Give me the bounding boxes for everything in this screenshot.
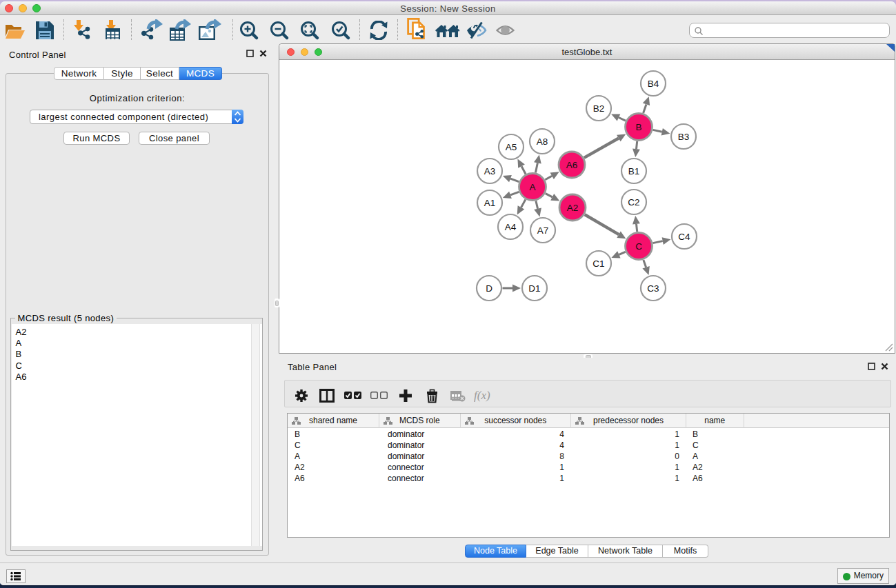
svg-text:A4: A4: [505, 222, 517, 232]
svg-text:A8: A8: [537, 136, 548, 147]
svg-text:C4: C4: [678, 232, 690, 242]
svg-text:A1: A1: [484, 198, 496, 208]
svg-text:C: C: [635, 241, 642, 252]
svg-text:B: B: [635, 122, 641, 132]
svg-text:f(x): f(x): [474, 389, 490, 402]
svg-text:B4: B4: [648, 79, 659, 89]
svg-text:A7: A7: [537, 225, 549, 236]
svg-text:A5: A5: [506, 142, 517, 152]
svg-text:B2: B2: [593, 103, 605, 114]
svg-text:D1: D1: [528, 283, 540, 294]
svg-text:C1: C1: [593, 258, 604, 269]
svg-text:B1: B1: [628, 166, 640, 176]
svg-text:B3: B3: [678, 132, 690, 142]
svg-text:A: A: [529, 182, 535, 192]
svg-text:C2: C2: [628, 197, 639, 207]
svg-text:D: D: [486, 283, 492, 294]
svg-text:A3: A3: [484, 166, 496, 176]
svg-text:A6: A6: [566, 160, 578, 170]
svg-text:C3: C3: [647, 283, 659, 294]
svg-text:A2: A2: [567, 203, 579, 213]
